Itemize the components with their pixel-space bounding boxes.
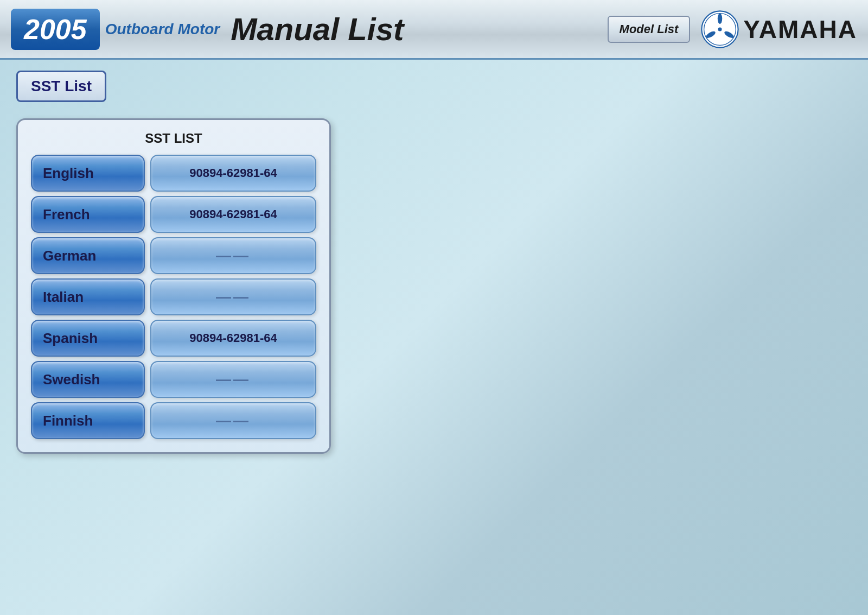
lang-button-finnish[interactable]: Finnish (31, 402, 145, 439)
table-row: Finnish—— (31, 402, 316, 439)
year-badge: 2005 (11, 9, 100, 50)
code-button-spanish[interactable]: 90894-62981-64 (150, 320, 316, 357)
code-button-swedish[interactable]: —— (150, 361, 316, 398)
table-row: English90894-62981-64 (31, 155, 316, 192)
table-row: Swedish—— (31, 361, 316, 398)
yamaha-logo: YAMAHA (701, 10, 857, 48)
sst-panel: SST LIST English90894-62981-64French9089… (16, 118, 331, 454)
lang-button-german[interactable]: German (31, 237, 145, 274)
lang-button-french[interactable]: French (31, 196, 145, 233)
code-button-english[interactable]: 90894-62981-64 (150, 155, 316, 192)
table-row: French90894-62981-64 (31, 196, 316, 233)
table-row: German—— (31, 237, 316, 274)
yamaha-text: YAMAHA (743, 15, 857, 44)
lang-button-spanish[interactable]: Spanish (31, 320, 145, 357)
lang-button-swedish[interactable]: Swedish (31, 361, 145, 398)
yamaha-emblem-icon (701, 10, 739, 48)
sst-list-button[interactable]: SST List (16, 71, 106, 102)
code-button-italian[interactable]: —— (150, 278, 316, 315)
outboard-label: Outboard Motor (105, 21, 220, 38)
sst-list-btn-container: SST List (0, 60, 868, 113)
main-content: SST LIST English90894-62981-64French9089… (0, 113, 868, 470)
svg-point-2 (718, 13, 722, 24)
table-row: Italian—— (31, 278, 316, 315)
page-title: Manual List (231, 11, 607, 47)
language-rows: English90894-62981-64French90894-62981-6… (31, 155, 316, 439)
header: 2005 Outboard Motor Manual List Model Li… (0, 0, 868, 60)
model-list-button[interactable]: Model List (608, 16, 691, 43)
svg-point-6 (718, 27, 722, 31)
lang-button-italian[interactable]: Italian (31, 278, 145, 315)
lang-button-english[interactable]: English (31, 155, 145, 192)
table-row: Spanish90894-62981-64 (31, 320, 316, 357)
sst-panel-title: SST LIST (31, 131, 316, 146)
code-button-french[interactable]: 90894-62981-64 (150, 196, 316, 233)
code-button-german[interactable]: —— (150, 237, 316, 274)
code-button-finnish[interactable]: —— (150, 402, 316, 439)
